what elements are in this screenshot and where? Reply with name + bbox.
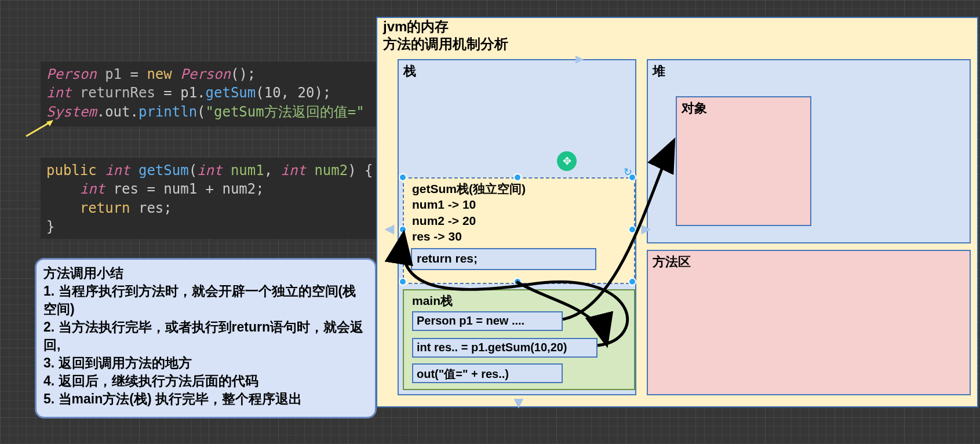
guide-arrow-right-icon: ► — [638, 221, 654, 237]
main-line-2[interactable]: int res.. = p1.getSum(10,20) — [412, 338, 598, 358]
move-handle-icon[interactable]: ✥ — [557, 151, 577, 171]
summary-item-2: 2. 当方法执行完毕，或者执行到return语句时，就会返回, — [43, 318, 368, 354]
selection-handle[interactable] — [628, 225, 636, 234]
rotate-handle-icon[interactable]: ↻ — [624, 166, 632, 179]
main-stack-frame[interactable]: main栈 Person p1 = new .... int res.. = p… — [403, 289, 635, 390]
svg-line-0 — [26, 122, 51, 136]
summary-item-5: 5. 当main方法(栈) 执行完毕，整个程序退出 — [43, 390, 368, 408]
summary-item-4: 4. 返回后，继续执行方法后面的代码 — [43, 372, 368, 390]
selection-handle[interactable] — [399, 173, 407, 181]
method-call-summary[interactable]: 方法调用小结 1. 当程序执行到方法时，就会开辟一个独立的空间(栈空间) 2. … — [35, 258, 377, 418]
getsum-frame-text: getSum栈(独立空间) num1 -> 10 num2 -> 20 res … — [412, 181, 526, 244]
execution-pointer-arrow — [23, 116, 58, 139]
guide-arrow-down-icon: ▼ — [511, 395, 527, 411]
selection-handle[interactable] — [628, 278, 636, 286]
method-area[interactable]: 方法区 — [647, 250, 971, 395]
selection-handle[interactable] — [513, 173, 522, 181]
jvm-memory-panel[interactable]: jvm的内存方法的调用机制分析 栈 getSum栈(独立空间) num1 -> … — [376, 17, 978, 407]
object-label: 对象 — [682, 100, 707, 117]
guide-arrow-left-icon: ◄ — [381, 221, 398, 237]
getsum-stack-frame[interactable]: getSum栈(独立空间) num1 -> 10 num2 -> 20 res … — [403, 177, 635, 284]
stack-label: 栈 — [403, 63, 416, 80]
selection-handle[interactable] — [399, 278, 407, 286]
summary-title: 方法调用小结 — [43, 264, 368, 282]
return-statement-box[interactable]: return res; — [411, 248, 596, 270]
code-snippet-2: public int getSum(int num1, int num2) { … — [41, 158, 382, 239]
code-snippet-1: Person p1 = new Person(); int returnRes … — [41, 61, 382, 126]
jvm-title: jvm的内存方法的调用机制分析 — [383, 18, 508, 53]
heap-object[interactable]: 对象 — [676, 96, 811, 226]
main-line-1[interactable]: Person p1 = new .... — [412, 311, 563, 331]
method-area-label: 方法区 — [653, 253, 691, 271]
main-frame-label: main栈 — [412, 293, 453, 309]
main-line-3[interactable]: out("值=" + res..) — [412, 363, 563, 383]
selection-handle[interactable] — [399, 225, 407, 234]
guide-small-arrow-icon: ▸ — [575, 50, 584, 67]
summary-item-1: 1. 当程序执行到方法时，就会开辟一个独立的空间(栈空间) — [43, 282, 368, 318]
selection-handle[interactable] — [513, 278, 522, 286]
token-type: Person — [46, 66, 97, 82]
heap-label: 堆 — [653, 63, 665, 80]
summary-item-3: 3. 返回到调用方法的地方 — [43, 354, 368, 372]
